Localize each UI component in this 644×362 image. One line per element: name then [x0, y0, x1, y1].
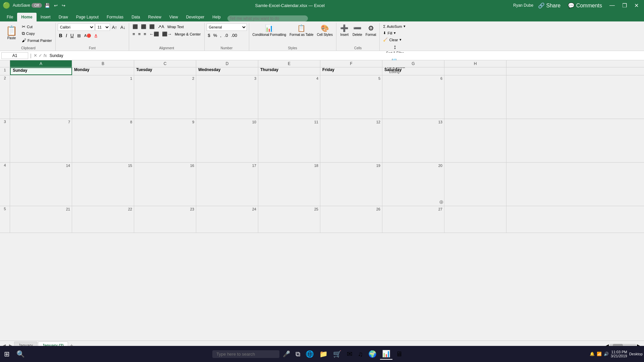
col-header-f[interactable]: F — [320, 60, 382, 67]
cell-c5[interactable]: 23 — [134, 206, 196, 233]
taskbar-store-button[interactable]: 🛒 — [331, 349, 343, 359]
formula-input[interactable] — [48, 53, 643, 59]
cell-h5[interactable] — [444, 206, 506, 233]
taskbar-chrome-button[interactable]: 🌍 — [366, 349, 379, 359]
align-top-left-button[interactable]: ⬛ — [131, 23, 139, 30]
cell-g2[interactable]: 6 — [382, 75, 444, 119]
format-button[interactable]: ⚙ Format — [364, 23, 378, 37]
cell-a2[interactable] — [10, 75, 72, 119]
align-center-button[interactable]: ≡ — [137, 31, 142, 37]
cell-f3[interactable]: 12 — [320, 119, 382, 162]
cell-g1[interactable]: Saturday — [382, 67, 444, 75]
number-format-select[interactable]: General — [207, 23, 247, 31]
cell-e4[interactable]: 18 — [258, 163, 320, 206]
taskbar-network-button[interactable]: 📶 — [597, 352, 602, 356]
cell-d3[interactable]: 10 — [196, 119, 258, 162]
tab-insert[interactable]: Insert — [37, 13, 55, 21]
cell-f4[interactable]: 19 — [320, 163, 382, 206]
cell-h4[interactable] — [444, 163, 506, 206]
col-header-d[interactable]: D — [196, 60, 258, 67]
cell-b1[interactable]: Monday — [72, 67, 134, 75]
col-header-c[interactable]: C — [134, 60, 196, 67]
insert-function-button[interactable]: fx — [44, 53, 47, 58]
increase-decimal-button[interactable]: .00 — [230, 32, 238, 39]
cell-a4[interactable]: 14 — [10, 163, 72, 206]
cell-e5[interactable]: 25 — [258, 206, 320, 233]
close-button[interactable]: ✕ — [632, 2, 641, 9]
borders-button[interactable]: ⊞ — [76, 33, 82, 39]
clear-button[interactable]: 🧹 Clear ▾ — [382, 37, 402, 43]
col-header-e[interactable]: E — [258, 60, 320, 67]
save-button[interactable]: 💾 — [43, 2, 51, 9]
cell-d2[interactable]: 3 — [196, 75, 258, 119]
cell-f1[interactable]: Friday — [320, 67, 382, 75]
align-left-button[interactable]: ≡ — [131, 31, 137, 37]
fill-button[interactable]: ⬇ Fill ▾ — [382, 30, 397, 36]
tab-file[interactable]: File — [3, 13, 17, 21]
tab-developer[interactable]: Developer — [182, 13, 209, 21]
font-size-select[interactable]: 11 — [95, 23, 110, 31]
resize-handle-icon[interactable]: ⊕ — [439, 199, 443, 205]
taskbar-desktop-label[interactable]: Desktop — [629, 352, 643, 356]
percent-button[interactable]: % — [212, 32, 219, 39]
col-header-g[interactable]: G — [382, 60, 444, 67]
share-button[interactable]: 🔗 Share — [535, 2, 563, 9]
align-top-right-button[interactable]: ⬛ — [148, 23, 156, 30]
comma-button[interactable]: , — [219, 32, 223, 39]
cell-g4[interactable]: 20 ⊕ — [382, 163, 444, 206]
cell-d1[interactable]: Wednesday — [196, 67, 258, 75]
cell-styles-button[interactable]: 🎨 Cell Styles — [316, 23, 334, 37]
col-header-a[interactable]: A — [10, 60, 72, 67]
tab-home[interactable]: Home — [17, 13, 36, 21]
taskbar-task-view-button[interactable]: ⧉ — [293, 349, 302, 359]
taskbar-media-button[interactable]: ♫ — [356, 349, 365, 359]
cell-f5[interactable]: 26 — [320, 206, 382, 233]
cell-a1[interactable]: Sunday — [10, 67, 72, 75]
decrease-decimal-button[interactable]: .0 — [223, 32, 229, 39]
merge-center-button[interactable]: Merge & Center — [173, 31, 202, 37]
cell-e3[interactable]: 11 — [258, 119, 320, 162]
increase-font-button[interactable]: A↑ — [111, 24, 118, 31]
windows-start-button[interactable]: ⊞ — [1, 349, 12, 359]
wrap-text-button[interactable]: Wrap Text — [166, 23, 185, 30]
font-name-select[interactable]: Calibri — [58, 23, 95, 31]
cell-b4[interactable]: 15 — [72, 163, 134, 206]
cell-b3[interactable]: 8 — [72, 119, 134, 162]
cell-h2[interactable] — [444, 75, 506, 119]
cell-a3[interactable]: 7 — [10, 119, 72, 162]
cell-b2[interactable]: 1 — [72, 75, 134, 119]
comments-button[interactable]: 💬 Comments — [565, 2, 605, 9]
taskbar-search-input[interactable] — [212, 350, 279, 358]
tab-review[interactable]: Review — [144, 13, 165, 21]
taskbar-notifications-button[interactable]: 🔔 — [590, 352, 595, 356]
italic-button[interactable]: I — [64, 32, 68, 39]
bold-button[interactable]: B — [58, 32, 64, 39]
cell-h3[interactable] — [444, 119, 506, 162]
cancel-formula-button[interactable]: ✕ — [34, 53, 37, 58]
fill-color-button[interactable]: A🔴 — [83, 33, 93, 39]
increase-indent-button[interactable]: ⬛→ — [161, 31, 173, 37]
tell-me-input[interactable] — [227, 15, 308, 21]
cell-c2[interactable]: 2 — [134, 75, 196, 119]
tab-view[interactable]: View — [165, 13, 182, 21]
copy-button[interactable]: ⧉ Copy — [20, 30, 53, 37]
cell-d5[interactable]: 24 — [196, 206, 258, 233]
insert-button[interactable]: ➕ Insert — [338, 23, 351, 37]
restore-button[interactable]: ❒ — [620, 2, 630, 9]
cell-e1[interactable]: Thursday — [258, 67, 320, 75]
taskbar-mail-button[interactable]: ✉ — [345, 349, 355, 359]
underline-button[interactable]: U — [69, 32, 75, 39]
cell-c1[interactable]: Tuesday — [134, 67, 196, 75]
search-button[interactable]: 🔍 — [14, 349, 28, 359]
conditional-formatting-button[interactable]: 📊 Conditional Formatting — [251, 23, 288, 37]
taskbar-explorer-button[interactable]: 📁 — [317, 349, 330, 359]
cell-e2[interactable]: 4 — [258, 75, 320, 119]
cell-c4[interactable]: 16 — [134, 163, 196, 206]
tab-formulas[interactable]: Formulas — [103, 13, 127, 21]
autosave-toggle[interactable]: Off — [32, 3, 42, 8]
tab-draw[interactable]: Draw — [55, 13, 72, 21]
font-color-button[interactable]: A — [93, 33, 98, 38]
cell-c3[interactable]: 9 — [134, 119, 196, 162]
cut-button[interactable]: ✂ Cut — [20, 23, 53, 30]
angle-text-button[interactable]: ↗A — [156, 23, 166, 30]
